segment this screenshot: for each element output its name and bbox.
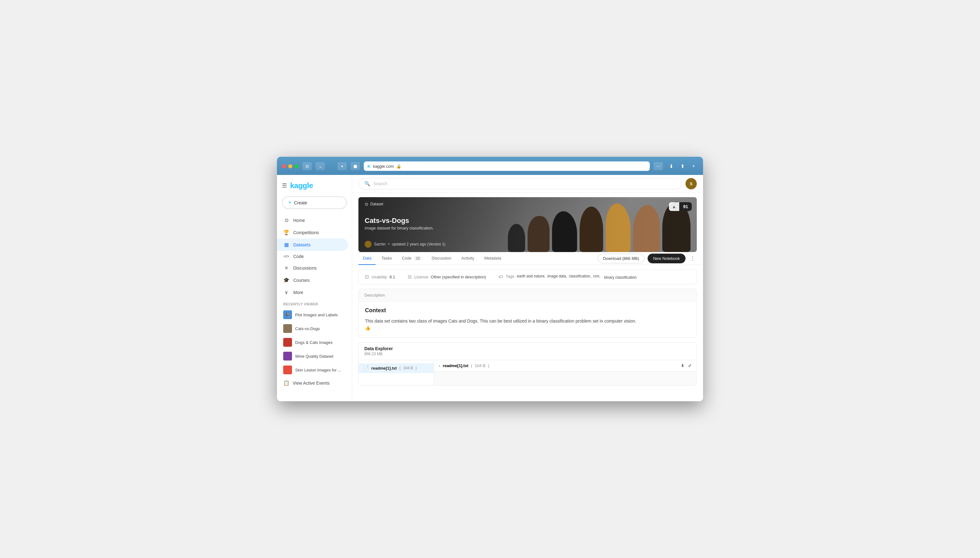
- top-bar: 🔍 Search S: [352, 175, 703, 193]
- tag-2[interactable]: classification,: [569, 274, 591, 280]
- recent-item-plot-images[interactable]: 📓 Plot Images and Labels: [277, 308, 352, 322]
- recent-item-wine-quality[interactable]: Wine Quality Dataset: [277, 349, 352, 363]
- more-options-button[interactable]: ⋮: [689, 254, 697, 263]
- browser-chrome: ⊟ ⌄ ● ⬤ K kaggle.com 🔒 ⋯ ⬇ ⬆ +: [277, 157, 703, 175]
- tab-data[interactable]: Data: [358, 252, 376, 265]
- download-icon[interactable]: ⬇: [667, 162, 676, 171]
- tab-activity[interactable]: Activity: [457, 252, 479, 265]
- view-active-events[interactable]: 📋 View Active Events: [277, 377, 352, 389]
- thumbs-up-emoji: 👍: [365, 325, 370, 330]
- file-size: (: [399, 366, 401, 370]
- sidebar-item-label: Home: [293, 218, 305, 223]
- sidebar-item-competitions[interactable]: 🏆 Competitions: [277, 226, 348, 238]
- sidebar-item-home[interactable]: ⊙ Home: [277, 214, 348, 226]
- recent-thumb-cats-vs-dogs: [283, 324, 292, 333]
- new-tab-icon[interactable]: +: [689, 162, 698, 171]
- bullet-separator: •: [388, 242, 389, 246]
- tab-code[interactable]: Code 15: [398, 252, 426, 265]
- create-button[interactable]: + Create: [282, 196, 347, 209]
- preview-filename: readme[1].txt: [443, 363, 468, 368]
- tab-discussion[interactable]: Discussion: [427, 252, 456, 265]
- home-icon: ⊙: [283, 217, 290, 223]
- upvote-button[interactable]: ▲: [669, 202, 679, 211]
- code-icon: </>: [283, 254, 290, 259]
- dataset-subtitle: image dataset for binary classification.: [365, 226, 445, 230]
- recent-item-label: Dogs & Cats Images: [295, 340, 345, 345]
- tab-tasks[interactable]: Tasks: [377, 252, 396, 265]
- close-button[interactable]: [282, 164, 286, 168]
- hamburger-button[interactable]: ☰: [282, 182, 287, 189]
- sidebar-item-courses[interactable]: 🎓 Courses: [277, 274, 348, 286]
- share-icon[interactable]: ⬆: [678, 162, 687, 171]
- dataset-tabs: Data Tasks Code 15 Discussion Activity M…: [352, 252, 703, 265]
- datasets-icon: ▦: [283, 242, 290, 248]
- sidebar-item-datasets[interactable]: ▦ Datasets: [277, 238, 348, 251]
- maximize-button[interactable]: [294, 164, 299, 168]
- license-icon: ⚖: [407, 274, 412, 280]
- usability-icon: ⊡: [365, 274, 369, 280]
- tag-1[interactable]: image data,: [547, 274, 567, 280]
- download-button[interactable]: Download (866 MB): [598, 254, 645, 263]
- back-button[interactable]: ●: [337, 162, 347, 170]
- new-notebook-button[interactable]: New Notebook: [648, 254, 686, 263]
- banner-author: Sachin • updated 2 years ago (Version 1): [365, 241, 445, 248]
- user-avatar[interactable]: S: [686, 178, 697, 189]
- recent-item-label: Skin Lesion Images for ...: [295, 368, 345, 373]
- expand-icon[interactable]: ⤢: [688, 363, 692, 368]
- preview-filesize: (: [471, 363, 472, 368]
- back-chevron-icon[interactable]: ‹: [439, 363, 440, 368]
- dataset-info: Cats-vs-Dogs image dataset for binary cl…: [365, 217, 445, 230]
- sidebar-item-label: Discussions: [293, 266, 317, 271]
- description-header: Description: [359, 289, 697, 302]
- recent-item-label: Plot Images and Labels: [295, 313, 345, 317]
- chevron-down-icon: ∨: [283, 289, 290, 295]
- dataset-title: Cats-vs-Dogs: [365, 217, 445, 225]
- explorer-size: 866.23 MB: [364, 352, 691, 356]
- tag-0[interactable]: earth and nature,: [517, 274, 545, 280]
- preview-actions: ⬇ ⤢: [681, 363, 692, 368]
- forward-button[interactable]: ⬤: [350, 162, 360, 170]
- tags-list: earth and nature, image data, classifica…: [517, 274, 636, 280]
- address-bar[interactable]: K kaggle.com 🔒: [364, 161, 650, 171]
- license-value: Other (specified in description): [431, 275, 486, 279]
- tab-metadata[interactable]: Metadata: [480, 252, 506, 265]
- recent-item-dogs-cats[interactable]: Dogs & Cats Images: [277, 335, 352, 349]
- context-title: Context: [365, 307, 690, 314]
- file-size-value: 104 B: [403, 366, 413, 370]
- traffic-lights: [282, 164, 299, 168]
- browser-menu-button[interactable]: ⋯: [654, 162, 663, 170]
- vote-count: 91: [679, 202, 692, 211]
- tags-icon: 🏷: [499, 274, 503, 279]
- sidebar-item-code[interactable]: </> Code: [277, 251, 348, 262]
- author-name: Sachin: [374, 242, 386, 246]
- sidebar-item-discussions[interactable]: ≡ Discussions: [277, 262, 348, 274]
- context-text: This data set contains two class of imag…: [365, 318, 690, 332]
- banner-content: ⊙ Dataset Cats-vs-Dogs image dataset for…: [358, 197, 452, 252]
- tab-arrow-button[interactable]: ⌄: [316, 162, 325, 170]
- tag-4[interactable]: binary classification: [604, 275, 636, 280]
- create-label: Create: [294, 200, 308, 205]
- sidebar-item-more[interactable]: ∨ More: [277, 286, 348, 299]
- data-explorer: Data Explorer 866.23 MB 📄 readme[1].txt …: [358, 342, 697, 386]
- tag-3[interactable]: cnn,: [593, 274, 600, 280]
- code-badge: 15: [414, 256, 421, 261]
- search-box[interactable]: 🔍 Search: [358, 178, 682, 189]
- tab-actions: Download (866 MB) New Notebook ⋮: [598, 254, 697, 263]
- url-text: kaggle.com: [373, 164, 394, 169]
- minimize-button[interactable]: [288, 164, 292, 168]
- meta-info: ⊡ Usability 8.1 ⚖ License Other (specifi…: [358, 269, 697, 284]
- sidebar-item-label: Datasets: [293, 242, 311, 247]
- kaggle-logo[interactable]: kaggle: [290, 181, 313, 190]
- recent-thumb-wine-quality: [283, 352, 292, 361]
- download-file-icon[interactable]: ⬇: [681, 363, 684, 368]
- sidebar-toggle-button[interactable]: ⊟: [302, 162, 312, 170]
- dataset-banner: ⊙ Dataset Cats-vs-Dogs image dataset for…: [358, 197, 697, 252]
- explorer-header: Data Explorer 866.23 MB: [359, 342, 697, 360]
- file-item-readme[interactable]: 📄 readme[1].txt ( 104 B ): [359, 363, 434, 373]
- file-panel: 📄 readme[1].txt ( 104 B ): [359, 360, 434, 385]
- explorer-body: 📄 readme[1].txt ( 104 B ) ‹ readme[1].tx…: [359, 360, 697, 385]
- recent-item-cats-vs-dogs[interactable]: Cats-vs-Dogs: [277, 322, 352, 335]
- recent-item-skin-lesion[interactable]: Skin Lesion Images for ...: [277, 363, 352, 377]
- sidebar-item-label: Competitions: [293, 230, 319, 235]
- meta-license: ⚖ License Other (specified in descriptio…: [407, 274, 486, 280]
